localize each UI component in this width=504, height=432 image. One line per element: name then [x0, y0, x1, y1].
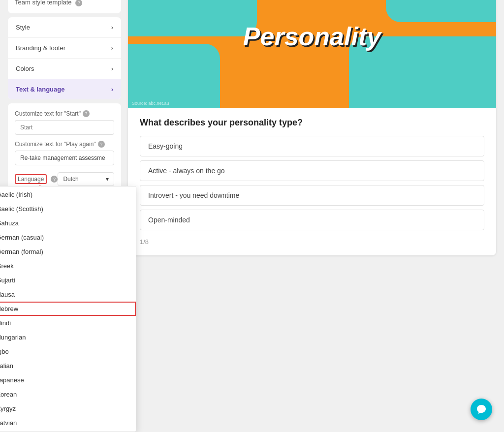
dropdown-item[interactable]: Gaelic (Irish) [0, 187, 136, 202]
chevron-right-icon: › [111, 86, 113, 93]
dropdown-item[interactable]: Gahuza [0, 216, 136, 230]
chevron-right-icon: › [111, 44, 113, 52]
puzzle-art: Personality [128, 0, 496, 108]
dropdown-item[interactable]: German (formal) [0, 245, 136, 259]
dropdown-item[interactable]: Italian [0, 359, 136, 373]
dropdown-item[interactable]: Hungarian [0, 330, 136, 344]
dropdown-item[interactable]: Hausa [0, 287, 136, 302]
chevron-right-icon: › [111, 24, 113, 31]
team-template-help-icon[interactable]: ? [75, 0, 82, 6]
team-template-section: Team style template ? [8, 0, 121, 13]
main-container: ‹ CREATE COLLECT EMAILS CUSTOMIZE PUBLIS… [0, 0, 504, 356]
dropdown-item[interactable]: Hindi [0, 316, 136, 330]
dropdown-item[interactable]: Latvian [0, 416, 136, 430]
quiz-option-0[interactable]: Easy-going [140, 136, 484, 156]
dropdown-chevron-icon: ▾ [106, 176, 109, 183]
puzzle-piece-3 [128, 44, 220, 108]
dropdown-item[interactable]: Korean [0, 387, 136, 401]
sidebar: changes PUBLISH SAVE DISCARD CHANGES PRE… [8, 0, 121, 350]
start-field-label: Customize text for "Start" ? [15, 110, 114, 117]
dropdown-item[interactable]: Greek [0, 259, 136, 273]
sidebar-item-text-language[interactable]: Text & language › [8, 79, 121, 99]
right-content: Personality 43 seconds Source: abc.net.a… [128, 0, 496, 350]
chevron-right-icon: › [111, 65, 113, 72]
dropdown-item[interactable]: Lithuanian [0, 430, 136, 432]
dropdown-item[interactable]: Japanese [0, 373, 136, 387]
quiz-question: What describes your personality type? [140, 118, 484, 128]
start-help-icon[interactable]: ? [83, 110, 90, 117]
play-again-input[interactable] [15, 151, 114, 165]
dropdown-item[interactable]: Kyrgyz [0, 401, 136, 416]
dropdown-item[interactable]: German (casual) [0, 230, 136, 245]
sidebar-menu: Style › Branding & footer › Colors › Tex… [8, 17, 121, 99]
quiz-option-3[interactable]: Open-minded [140, 210, 484, 230]
play-again-field-label: Customize text for "Play again" ? [15, 141, 114, 148]
quiz-content: What describes your personality type? Ea… [128, 108, 496, 255]
sidebar-item-colors[interactable]: Colors › [8, 59, 121, 79]
dropdown-list: Afaan OromooAmharicArabicAzeriBahasa Ind… [0, 186, 136, 432]
quiz-option-2[interactable]: Introvert - you need downtime [140, 185, 484, 206]
dropdown-item[interactable]: Gujarti [0, 273, 136, 287]
dropdown-item[interactable]: Gaelic (Scottish) [0, 202, 136, 216]
puzzle-piece-1 [128, 0, 257, 36]
support-chat-button[interactable] [471, 399, 492, 420]
puzzle-piece-2 [386, 0, 496, 22]
dropdown-item[interactable]: Igbo [0, 344, 136, 359]
image-credit: Source: abc.net.au [132, 101, 169, 106]
play-again-help-icon[interactable]: ? [98, 141, 105, 148]
team-template-label: Team style template [15, 0, 72, 6]
content-area: changes PUBLISH SAVE DISCARD CHANGES PRE… [8, 0, 496, 350]
sidebar-item-style[interactable]: Style › [8, 17, 121, 38]
preview-image: Personality 43 seconds Source: abc.net.a… [128, 0, 496, 108]
text-language-section: Customize text for "Start" ? Customize t… [8, 103, 121, 222]
quiz-option-1[interactable]: Active - always on the go [140, 160, 484, 181]
sidebar-item-branding[interactable]: Branding & footer › [8, 38, 121, 59]
preview-card: Personality 43 seconds Source: abc.net.a… [128, 0, 496, 255]
start-text-input[interactable] [15, 120, 114, 135]
dropdown-item[interactable]: Hebrew [0, 302, 136, 316]
quiz-progress: 1/8 [140, 238, 484, 246]
personality-art-text: Personality [243, 22, 381, 51]
chat-icon [476, 404, 487, 415]
